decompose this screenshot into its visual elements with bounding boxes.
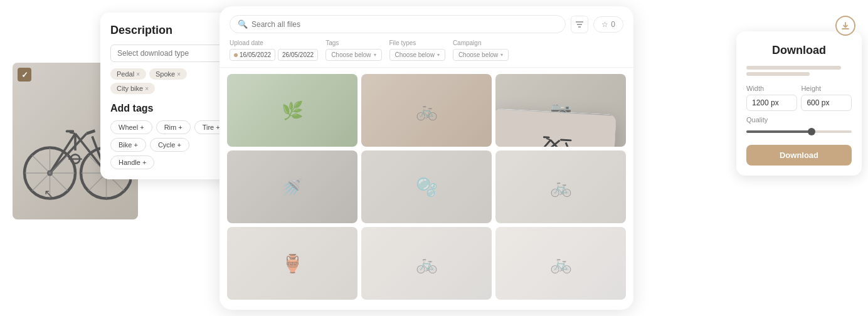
starred-button[interactable]: ☆ 0 [593, 16, 623, 33]
slider-track [746, 130, 852, 133]
grid-cell-inner-2: 🚲 [361, 74, 492, 147]
grid-cell-inner-6: 🚲 [495, 150, 626, 223]
campaign-value: Choose below [458, 51, 498, 58]
tags-filter: Tags Choose below ▾ [326, 40, 381, 61]
tags-select-value: Choose below [331, 51, 371, 58]
upload-date-filter: Upload date 16/05/2022 26/05/2022 [230, 40, 318, 61]
dimensions-row: Width Height [746, 85, 852, 111]
add-tag-rim[interactable]: Rim + [156, 120, 191, 134]
slider-thumb[interactable] [808, 128, 815, 135]
campaign-filter: Campaign Choose below ▾ [453, 40, 509, 61]
date-to-value: 26/05/2022 [282, 51, 314, 58]
width-label: Width [746, 85, 797, 92]
grid-cell-9[interactable]: 🚲 [495, 227, 626, 300]
quality-label: Quality [746, 116, 852, 124]
file-types-value: Choose below [395, 51, 435, 58]
date-from-value: 16/05/2022 [240, 51, 271, 58]
size-bar-1 [746, 66, 841, 70]
description-card: Description Pedal × Spoke × City bike × … [100, 13, 238, 179]
campaign-label: Campaign [453, 40, 509, 46]
context-bike-svg [495, 108, 616, 147]
tag-pedal[interactable]: Pedal × [110, 68, 146, 80]
grid-cell-inner-9: 🚲 [495, 227, 626, 300]
chevron-down-icon-2: ▾ [437, 52, 440, 58]
download-title: Download [746, 44, 852, 57]
tag-label: Spoke [156, 70, 175, 78]
grid-cell-2[interactable]: 🚲 [361, 74, 492, 147]
grid-cell-8[interactable]: 🚲 [361, 227, 492, 300]
tag-spoke[interactable]: Spoke × [149, 68, 187, 80]
filters-row: Upload date 16/05/2022 26/05/2022 Tags C… [230, 40, 623, 61]
date-from-input[interactable]: 16/05/2022 [230, 49, 275, 61]
date-dot [234, 53, 238, 57]
grid-cell-7[interactable]: 🏺 [227, 227, 357, 300]
upload-date-label: Upload date [230, 40, 318, 46]
add-tag-bike[interactable]: Bike + [110, 138, 146, 152]
description-title: Description [110, 24, 228, 37]
context-card: None View Download Edit Delete Press [495, 108, 616, 147]
grid-cell-3[interactable]: 📷 [495, 74, 626, 147]
tags-select[interactable]: Choose below ▾ [326, 49, 381, 61]
browser-header: 🔍 ☆ 0 Upload date [220, 6, 633, 68]
remove-tag-icon[interactable]: × [177, 71, 181, 78]
selection-checkbox[interactable] [18, 68, 31, 82]
context-menu-overlay: None View Download Edit Delete Press [495, 112, 613, 147]
date-to-input[interactable]: 26/05/2022 [278, 49, 318, 61]
download-card: Download Width Height Quality Download [736, 31, 862, 176]
file-browser: 🔍 ☆ 0 Upload date [220, 6, 633, 310]
grid-cell-inner-7: 🏺 [227, 227, 357, 300]
grid-cell-inner-4: 🚿 [227, 150, 357, 223]
width-input[interactable] [746, 95, 797, 111]
search-input[interactable] [251, 20, 346, 29]
search-icon: 🔍 [238, 19, 248, 29]
download-icon [841, 21, 850, 30]
left-section: ↖ Description Pedal × Spoke × City bike … [0, 0, 238, 316]
svg-rect-25 [495, 110, 616, 147]
photo-grid: 🌿 🚲 📷 [220, 68, 633, 306]
tags-filter-label: Tags [326, 40, 381, 46]
add-tag-wheel[interactable]: Wheel + [110, 120, 152, 134]
search-input-wrap[interactable]: 🔍 [230, 15, 566, 33]
height-input[interactable] [801, 95, 852, 111]
add-tag-cycle[interactable]: Cycle + [150, 138, 189, 152]
grid-cell-inner-5: 🫧 [361, 150, 492, 223]
add-tag-handle[interactable]: Handle + [110, 155, 154, 169]
quality-slider[interactable] [746, 127, 852, 136]
tag-city-bike[interactable]: City bike × [110, 83, 155, 94]
size-bar-2 [746, 72, 810, 76]
cursor: ↖ [44, 187, 53, 201]
download-section: Download Width Height Quality Download [736, 25, 862, 176]
chevron-down-icon-3: ▾ [500, 52, 503, 58]
grid-cell-inner-8: 🚲 [361, 227, 492, 300]
download-type-input[interactable] [110, 45, 228, 62]
remove-tag-icon[interactable]: × [145, 85, 149, 92]
height-group: Height [801, 85, 852, 111]
campaign-select[interactable]: Choose below ▾ [453, 49, 509, 61]
grid-cell-1[interactable]: 🌿 [227, 74, 357, 147]
file-types-select[interactable]: Choose below ▾ [389, 49, 445, 61]
star-count: 0 [611, 20, 615, 29]
search-bar: 🔍 ☆ 0 [230, 15, 623, 33]
download-icon-badge[interactable] [835, 16, 855, 36]
grid-cell-4[interactable]: 🚿 [227, 150, 357, 223]
grid-cell-6[interactable]: 🚲 [495, 150, 626, 223]
file-types-filter: File types Choose below ▾ [389, 40, 445, 61]
tag-label: City bike [117, 85, 143, 92]
add-tags-title: Add tags [110, 103, 228, 114]
add-tags-grid: Wheel + Rim + Tire + Bike + Cycle + Hand… [110, 120, 228, 169]
slider-fill [746, 130, 815, 133]
grid-cell-inner-1: 🌿 [227, 74, 357, 147]
remove-tag-icon[interactable]: × [136, 71, 140, 78]
filter-icon [575, 20, 584, 29]
svg-line-4 [50, 134, 76, 173]
tag-label: Pedal [117, 70, 134, 78]
existing-tags-row: Pedal × Spoke × City bike × [110, 68, 228, 94]
width-group: Width [746, 85, 797, 111]
context-card-photo [495, 108, 616, 147]
chevron-down-icon: ▾ [374, 52, 376, 58]
grid-cell-5[interactable]: 🫧 [361, 150, 492, 223]
download-button[interactable]: Download [746, 145, 852, 166]
filter-button[interactable] [571, 16, 588, 33]
star-icon: ☆ [601, 20, 608, 29]
file-types-label: File types [389, 40, 445, 46]
